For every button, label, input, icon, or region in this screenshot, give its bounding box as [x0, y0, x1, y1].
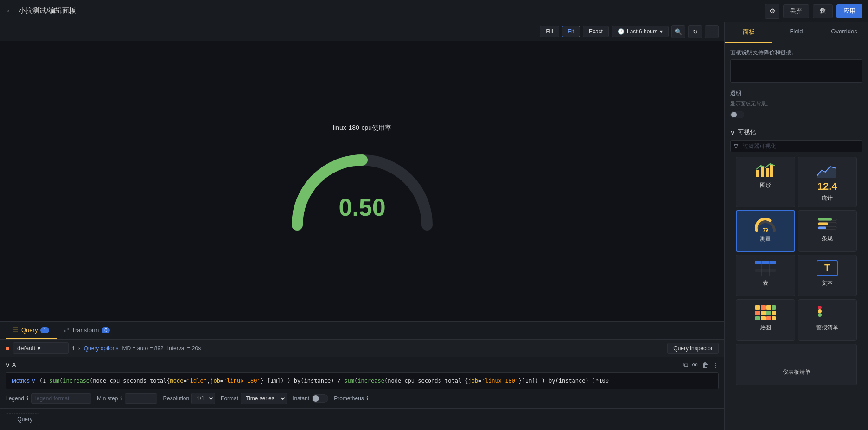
- hide-query-button[interactable]: 👁: [692, 361, 698, 369]
- exact-button[interactable]: Exact: [583, 26, 609, 37]
- description-textarea[interactable]: [730, 59, 862, 83]
- viz-card-bargauge[interactable]: 条规: [798, 210, 857, 252]
- query-a-actions: ⧉ 👁 🗑 ⋮: [683, 361, 719, 369]
- metrics-chevron-icon: ∨: [32, 378, 36, 384]
- bargauge-label: 条规: [822, 235, 833, 243]
- delete-query-button[interactable]: 🗑: [702, 361, 708, 369]
- svg-rect-23: [761, 305, 766, 310]
- viz-card-table[interactable]: 表: [736, 255, 795, 296]
- more-query-button[interactable]: ⋮: [712, 361, 719, 369]
- topbar-right: ⚙ 丢弃 救 应用: [765, 4, 862, 19]
- visualization-title: 可视化: [738, 128, 756, 136]
- refresh-button[interactable]: ↻: [688, 25, 702, 38]
- settings-button[interactable]: ⚙: [765, 4, 779, 19]
- viz-card-stat[interactable]: 12.4 统计: [798, 157, 857, 207]
- zoom-button[interactable]: 🔍: [671, 25, 685, 38]
- instant-toggle[interactable]: [312, 394, 328, 403]
- page-title: 小抗测试/编辑面板: [19, 6, 76, 15]
- tab-panel-settings[interactable]: 面板: [725, 22, 772, 43]
- tab-query[interactable]: ☰ Query 1: [6, 322, 57, 339]
- tab-field[interactable]: Field: [772, 22, 820, 43]
- topbar: ← 小抗测试/编辑面板 ⚙ 丢弃 救 应用: [0, 0, 868, 22]
- resolution-item: Resolution 1/1 1/2 1/3: [163, 393, 215, 404]
- expr-part-21: }[1m]) ) by(instance) )*100: [518, 378, 609, 384]
- svg-rect-17: [755, 273, 776, 276]
- datasource-info-icon[interactable]: ℹ: [72, 345, 75, 352]
- expr-part-16: increase: [357, 378, 384, 384]
- viz-card-text[interactable]: T 文本: [798, 255, 857, 296]
- expr-part-13: } [1m]) ) by(instance) /: [261, 378, 345, 384]
- svg-point-37: [818, 306, 822, 309]
- expr-part-19: =: [478, 378, 481, 384]
- svg-rect-5: [770, 165, 773, 177]
- query-options-link[interactable]: Query options: [84, 345, 119, 352]
- legend-input[interactable]: [31, 393, 91, 404]
- fill-button[interactable]: Fill: [540, 26, 559, 37]
- transparency-toggle-knob: [731, 112, 737, 117]
- zoom-icon: 🔍: [675, 28, 682, 35]
- min-step-info-icon[interactable]: ℹ: [120, 395, 122, 402]
- section-divider: [730, 123, 862, 123]
- svg-rect-28: [766, 311, 771, 315]
- resolution-select[interactable]: 1/1 1/2 1/3: [191, 393, 215, 404]
- prometheus-info-icon[interactable]: ℹ: [366, 395, 369, 402]
- svg-rect-3: [761, 167, 764, 177]
- expr-part-4: increase: [63, 378, 89, 384]
- gauge-svg: 0.50: [269, 137, 455, 239]
- gauge-container: linux-180-cpu使用率 0.50: [269, 124, 455, 239]
- viz-card-graph[interactable]: 图形: [736, 157, 795, 207]
- expr-part-2: sum: [49, 378, 59, 384]
- svg-rect-32: [766, 316, 771, 320]
- toggle-knob: [313, 395, 319, 402]
- viz-card-alertlist[interactable]: 警报清单: [798, 299, 857, 341]
- legend-item: Legend ℹ: [6, 393, 91, 404]
- svg-rect-16: [755, 269, 776, 272]
- datasource-selector[interactable]: default ▾: [13, 342, 69, 354]
- svg-rect-9: [818, 222, 828, 225]
- metrics-selector[interactable]: Metrics ∨: [12, 378, 36, 384]
- alertlist-icon: [816, 304, 838, 321]
- svg-text:0.50: 0.50: [338, 194, 385, 221]
- fit-button[interactable]: Fit: [562, 26, 580, 37]
- visualization-header[interactable]: ∨ 可视化: [730, 128, 862, 136]
- more-icon: ⋯: [709, 28, 715, 35]
- query-badge: 1: [40, 327, 49, 333]
- graph-label: 图形: [760, 181, 771, 189]
- resolution-label: Resolution: [163, 395, 189, 402]
- transparency-title: 透明: [730, 90, 862, 97]
- add-query-row: + Query: [0, 408, 724, 430]
- alertlist-label: 警报清单: [816, 324, 838, 332]
- copy-query-button[interactable]: ⧉: [683, 361, 688, 369]
- main-layout: Fill Fit Exact 🕐 Last 6 hours ▾ 🔍 ↻ ⋯ li…: [0, 22, 868, 430]
- legend-info-icon[interactable]: ℹ: [26, 395, 29, 402]
- instant-item: Instant: [293, 394, 328, 403]
- datasource-name: default: [17, 345, 35, 352]
- viz-card-dashlist[interactable]: 仪表板清单: [736, 344, 857, 385]
- metrics-expression[interactable]: (1-sum(increase(node_cpu_seconds_total{m…: [39, 377, 713, 385]
- gauge-panel: linux-180-cpu使用率 0.50: [0, 41, 724, 321]
- discard-button[interactable]: 丢弃: [783, 4, 809, 18]
- tab-overrides[interactable]: Overrides: [820, 22, 868, 43]
- svg-rect-10: [818, 226, 826, 229]
- apply-button[interactable]: 应用: [836, 4, 862, 18]
- datasource-dot: [6, 347, 9, 350]
- back-button[interactable]: ←: [6, 6, 14, 16]
- format-select[interactable]: Time series Table Heatmap: [241, 393, 287, 404]
- query-inspector-button[interactable]: Query inspector: [667, 343, 719, 354]
- transparency-toggle[interactable]: [730, 111, 744, 118]
- add-query-button[interactable]: + Query: [6, 413, 39, 425]
- min-step-input[interactable]: [125, 393, 157, 404]
- tab-transform[interactable]: ⇄ Transform 0: [57, 322, 118, 339]
- more-button[interactable]: ⋯: [705, 25, 719, 38]
- time-picker[interactable]: 🕐 Last 6 hours ▾: [612, 26, 669, 37]
- viz-filter-input[interactable]: [730, 140, 862, 152]
- expr-part-10: job: [210, 378, 220, 384]
- svg-text:T: T: [824, 263, 830, 273]
- svg-rect-29: [772, 311, 776, 315]
- save-button[interactable]: 救: [813, 4, 833, 18]
- viz-card-heatmap[interactable]: 热图: [736, 299, 795, 341]
- expr-part-7: =: [183, 378, 186, 384]
- svg-rect-24: [766, 305, 771, 310]
- stat-icon: [816, 162, 838, 179]
- viz-card-gauge[interactable]: 79 测量: [736, 210, 795, 252]
